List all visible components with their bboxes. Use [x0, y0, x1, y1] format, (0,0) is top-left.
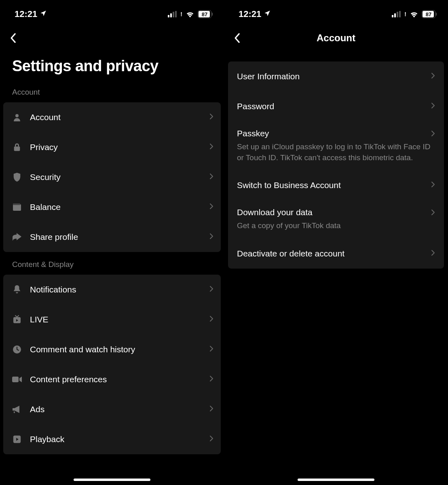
- chevron-right-icon: [209, 405, 213, 413]
- status-left: 12:21: [239, 9, 271, 19]
- row-balance[interactable]: Balance: [3, 192, 221, 222]
- chevron-right-icon: [431, 209, 435, 217]
- row-download-data[interactable]: Download your data Get a copy of your Ti…: [228, 200, 444, 239]
- svg-rect-1: [14, 146, 20, 151]
- account-card: Account Privacy Security: [3, 102, 221, 252]
- back-button[interactable]: [7, 32, 19, 44]
- clock-icon: [11, 344, 23, 355]
- row-label: Share profile: [30, 232, 209, 242]
- row-notifications[interactable]: Notifications: [3, 275, 221, 305]
- row-security[interactable]: Security: [3, 162, 221, 192]
- chevron-right-icon: [431, 102, 435, 110]
- row-privacy[interactable]: Privacy: [3, 132, 221, 162]
- row-label: Security: [30, 172, 209, 182]
- status-bar: 12:21 ! 87: [0, 0, 224, 26]
- nav-bar: [0, 26, 224, 50]
- status-left: 12:21: [15, 9, 47, 19]
- account-settings-card: User Information Password Passkey Set up…: [228, 61, 444, 269]
- location-arrow-icon: [264, 9, 271, 19]
- svg-rect-2: [13, 204, 21, 211]
- chevron-right-icon: [209, 173, 213, 181]
- row-label: Privacy: [30, 142, 209, 152]
- row-label: Password: [237, 102, 431, 111]
- row-content-preferences[interactable]: Content preferences: [3, 364, 221, 394]
- home-indicator[interactable]: [74, 479, 150, 481]
- row-account[interactable]: Account: [3, 102, 221, 132]
- row-description: Get a copy of your TikTok data: [237, 220, 341, 231]
- row-label: Balance: [30, 202, 209, 212]
- wifi-icon: [410, 11, 418, 18]
- back-button[interactable]: [231, 32, 243, 44]
- battery-icon: 87: [422, 10, 437, 18]
- status-time: 12:21: [239, 9, 261, 19]
- row-label: Ads: [30, 405, 209, 414]
- tv-icon: [11, 314, 23, 325]
- row-switch-business[interactable]: Switch to Business Account: [228, 170, 444, 200]
- row-label: Passkey: [237, 129, 269, 138]
- chevron-right-icon: [209, 435, 213, 443]
- row-label: Switch to Business Account: [237, 180, 431, 190]
- row-label: Playback: [30, 434, 209, 444]
- chevron-right-icon: [209, 345, 213, 354]
- chevron-right-icon: [209, 113, 213, 121]
- chevron-right-icon: [209, 286, 213, 294]
- chevron-right-icon: [431, 181, 435, 189]
- row-passkey[interactable]: Passkey Set up an iCloud passkey to log …: [228, 121, 444, 170]
- megaphone-icon: [11, 404, 23, 415]
- row-label: Account: [30, 112, 209, 122]
- row-password[interactable]: Password: [228, 91, 444, 121]
- row-deactivate-delete[interactable]: Deactivate or delete account: [228, 239, 444, 269]
- row-ads[interactable]: Ads: [3, 394, 221, 424]
- row-user-information[interactable]: User Information: [228, 61, 444, 91]
- status-right: ! 87: [392, 10, 437, 18]
- location-arrow-icon: [40, 9, 47, 19]
- battery-icon: 87: [198, 10, 213, 18]
- wifi-icon: [186, 11, 194, 18]
- svg-rect-6: [12, 377, 19, 382]
- share-icon: [11, 231, 23, 243]
- svg-point-0: [15, 114, 19, 117]
- status-right: ! 87: [168, 10, 213, 18]
- screen-settings: 12:21 ! 87 Setting: [0, 0, 224, 485]
- bell-icon: [11, 284, 23, 295]
- content-card: Notifications LIVE Comment and watch his…: [3, 275, 221, 454]
- lock-icon: [11, 142, 23, 153]
- row-label: Content preferences: [30, 375, 209, 384]
- row-label: Notifications: [30, 285, 209, 294]
- row-live[interactable]: LIVE: [3, 305, 221, 335]
- wallet-icon: [11, 201, 23, 213]
- video-icon: [11, 374, 23, 385]
- section-header-content: Content & Display: [0, 252, 224, 275]
- chevron-right-icon: [209, 203, 213, 211]
- chevron-right-icon: [431, 130, 435, 138]
- row-label: User Information: [237, 72, 431, 81]
- svg-rect-3: [13, 203, 20, 205]
- row-label: Deactivate or delete account: [237, 249, 431, 258]
- signal-alert-icon: !: [404, 11, 406, 17]
- home-indicator[interactable]: [298, 479, 374, 481]
- row-label: Comment and watch history: [30, 345, 209, 354]
- row-share-profile[interactable]: Share profile: [3, 222, 221, 252]
- chevron-right-icon: [209, 143, 213, 151]
- section-header-account: Account: [0, 85, 224, 102]
- chevron-right-icon: [209, 233, 213, 241]
- page-title: Settings and privacy: [0, 50, 224, 85]
- screen-account: 12:21 ! 87 Account: [224, 0, 448, 485]
- signal-alert-icon: !: [180, 11, 182, 17]
- nav-bar: Account: [224, 26, 448, 50]
- chevron-right-icon: [209, 316, 213, 324]
- person-icon: [11, 112, 23, 123]
- row-playback[interactable]: Playback: [3, 424, 221, 454]
- status-time: 12:21: [15, 9, 37, 19]
- status-bar: 12:21 ! 87: [224, 0, 448, 26]
- cellular-signal-icon: [392, 11, 401, 17]
- play-icon: [11, 434, 23, 445]
- nav-title: Account: [224, 32, 448, 44]
- chevron-right-icon: [209, 375, 213, 383]
- row-description: Set up an iCloud passkey to log in to Ti…: [237, 142, 431, 163]
- row-comment-history[interactable]: Comment and watch history: [3, 335, 221, 364]
- cellular-signal-icon: [168, 11, 177, 17]
- chevron-right-icon: [431, 72, 435, 80]
- chevron-right-icon: [431, 250, 435, 258]
- shield-icon: [11, 172, 23, 183]
